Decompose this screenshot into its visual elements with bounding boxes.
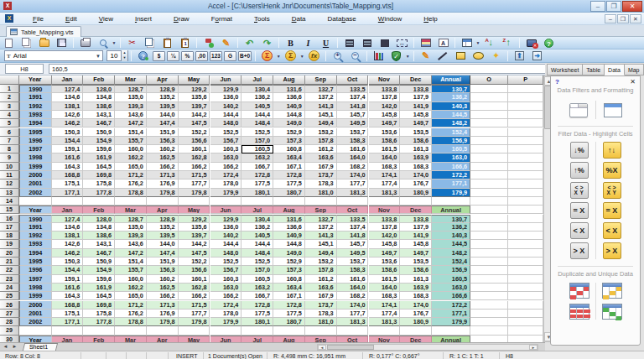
cell[interactable]: 161,3: [400, 145, 432, 153]
cell[interactable]: 140,3: [432, 102, 470, 111]
cell[interactable]: 155,7: [115, 266, 147, 274]
cell[interactable]: 147,4: [147, 249, 179, 258]
cell[interactable]: [400, 326, 432, 335]
autosum-button[interactable]: Σ: [283, 50, 299, 61]
cell[interactable]: [369, 197, 401, 206]
insert-table-button[interactable]: [459, 38, 475, 49]
cell[interactable]: 154,9: [83, 137, 115, 145]
scroll-right-arrow[interactable]: ►: [529, 345, 538, 350]
cell[interactable]: 141,3: [305, 232, 337, 240]
row-header-26[interactable]: 26: [0, 301, 19, 310]
cell[interactable]: 2000: [19, 171, 52, 180]
cell[interactable]: Aug: [273, 336, 305, 342]
cell[interactable]: 137,4: [337, 93, 369, 101]
cell[interactable]: [470, 336, 508, 342]
cell[interactable]: [210, 326, 242, 335]
cell[interactable]: 138,6: [83, 232, 115, 240]
general-format-button[interactable]: G: [224, 51, 236, 61]
cell[interactable]: 138,1: [52, 102, 84, 111]
cell[interactable]: 153,5: [400, 258, 432, 266]
merge-cells-button[interactable]: ↔: [394, 38, 410, 49]
cell[interactable]: [508, 310, 543, 318]
cell[interactable]: 2002: [19, 189, 52, 197]
font-name-select[interactable]: TArial▼: [4, 50, 103, 61]
cell[interactable]: Jan: [52, 336, 84, 342]
cell[interactable]: 174,0: [337, 301, 369, 310]
cell[interactable]: 141,8: [337, 232, 369, 240]
cell[interactable]: [337, 326, 369, 335]
cell[interactable]: 158,6: [400, 137, 432, 145]
cell[interactable]: [470, 93, 508, 101]
cell[interactable]: [470, 275, 508, 284]
cell[interactable]: 160,0: [115, 145, 147, 153]
cell[interactable]: 180,1: [242, 189, 273, 197]
cell[interactable]: 180,7: [273, 189, 305, 197]
cell[interactable]: 128,0: [83, 85, 115, 93]
cell[interactable]: 136,2: [242, 93, 273, 101]
cell[interactable]: 166,6: [432, 163, 470, 171]
cell[interactable]: [508, 258, 543, 266]
cell[interactable]: 136,0: [210, 93, 242, 101]
panel-tab-table[interactable]: Table: [583, 64, 605, 75]
highlight-topbottom-button[interactable]: ↑↓: [603, 142, 621, 159]
cell[interactable]: 154,4: [52, 137, 84, 145]
cell[interactable]: 171,5: [179, 301, 210, 310]
cell[interactable]: 128,9: [147, 85, 179, 93]
cell[interactable]: 1999: [19, 292, 52, 300]
function-button[interactable]: fx: [306, 50, 322, 61]
cell[interactable]: Oct: [337, 336, 369, 342]
cell[interactable]: 143,6: [115, 111, 147, 119]
cell[interactable]: 1990: [19, 85, 52, 93]
cell[interactable]: 164,5: [83, 292, 115, 300]
cell[interactable]: 168,8: [52, 301, 84, 310]
cell[interactable]: 152,5: [210, 128, 242, 137]
cell[interactable]: 164,0: [337, 284, 369, 292]
cell[interactable]: [508, 301, 543, 310]
cell[interactable]: 177,8: [83, 318, 115, 326]
cell[interactable]: 178,8: [115, 318, 147, 326]
menu-edit[interactable]: Edit: [55, 13, 88, 25]
cell[interactable]: [508, 137, 543, 145]
cell[interactable]: 136,6: [273, 93, 305, 101]
cell[interactable]: 148,0: [210, 119, 242, 127]
draw-pencil-button[interactable]: ✎: [418, 50, 434, 61]
cell[interactable]: 180,9: [400, 318, 432, 326]
cell[interactable]: 152,4: [432, 258, 470, 266]
cell[interactable]: 129,9: [210, 215, 242, 223]
menu-window[interactable]: Window: [367, 13, 413, 25]
cell[interactable]: 161,5: [369, 145, 401, 153]
cell[interactable]: 1990: [19, 215, 52, 223]
cell[interactable]: Apr: [147, 336, 179, 342]
cell[interactable]: 149,0: [273, 249, 305, 258]
row-header-25[interactable]: 25: [0, 292, 19, 300]
sum-dropdown[interactable]: ▼: [276, 54, 281, 59]
cell[interactable]: 144,2: [179, 240, 210, 248]
cell[interactable]: 2000: [19, 301, 52, 310]
cell[interactable]: 147,2: [115, 119, 147, 127]
cell[interactable]: 152,5: [242, 128, 273, 137]
cell[interactable]: 147,5: [179, 249, 210, 258]
cell[interactable]: 159,1: [52, 145, 84, 153]
cell[interactable]: [470, 266, 508, 274]
cell[interactable]: 180,7: [273, 318, 305, 326]
cell[interactable]: 160,5: [242, 275, 273, 284]
quick-help-button[interactable]: ?: [135, 50, 151, 61]
horizontal-scroll-thumb[interactable]: [327, 345, 374, 350]
paste-button[interactable]: [159, 38, 175, 49]
column-header-feb[interactable]: Feb: [83, 75, 115, 85]
cell[interactable]: [508, 189, 543, 197]
cell[interactable]: 142,6: [52, 111, 84, 119]
import-button[interactable]: ⬆: [512, 50, 527, 61]
cell[interactable]: 1997: [19, 145, 52, 153]
new-document-button[interactable]: [1, 38, 17, 49]
row-header-20[interactable]: 20: [0, 249, 19, 258]
cell[interactable]: 1996: [19, 266, 52, 274]
column-header-nov[interactable]: Nov: [369, 75, 401, 85]
cell[interactable]: 143,1: [83, 240, 115, 248]
mdi-close-button[interactable]: ✕: [630, 14, 641, 23]
cell[interactable]: [470, 258, 508, 266]
print-preview-dropdown[interactable]: ▼: [112, 40, 117, 45]
cell[interactable]: 140,3: [432, 232, 470, 240]
cell[interactable]: 165,0: [115, 292, 147, 300]
cell[interactable]: [83, 197, 115, 206]
